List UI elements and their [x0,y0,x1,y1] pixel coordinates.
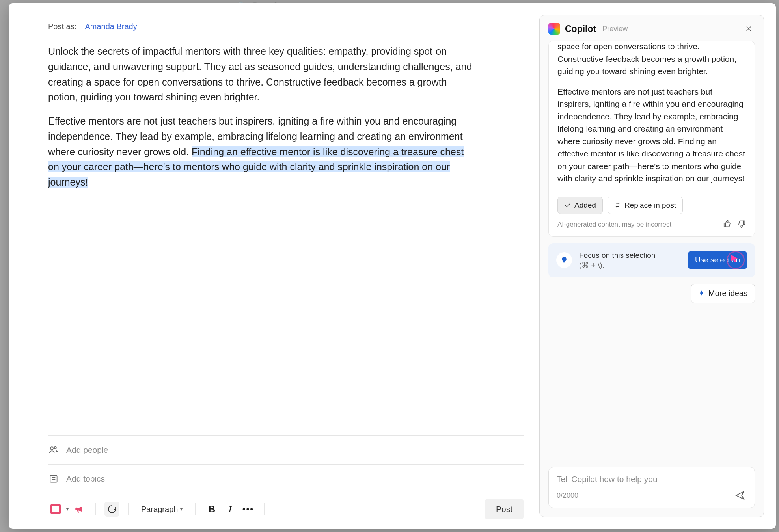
more-formatting-button[interactable]: ••• [240,502,255,517]
lightbulb-icon [556,252,572,268]
people-add-icon [48,445,59,456]
compose-modal: Post as: Amanda Brady Unlock the secrets… [9,3,776,529]
post-as-author[interactable]: Amanda Brady [85,22,137,31]
copilot-input-box: 0/2000 [548,467,755,508]
ellipsis-icon: ••• [242,504,254,514]
send-icon [735,490,745,500]
copilot-title: Copilot [565,24,596,34]
thumbs-up-button[interactable] [723,219,732,230]
document-icon [50,504,61,514]
use-selection-button[interactable]: Use selection [688,251,747,269]
post-as-label: Post as: [48,22,76,31]
check-icon [564,202,571,209]
announcement-button[interactable] [72,502,87,517]
sparkle-icon: ✦ [699,289,704,298]
replace-in-post-button[interactable]: Replace in post [608,197,683,214]
copilot-prompt-input[interactable] [557,474,747,484]
bold-button[interactable]: B [204,502,219,517]
copilot-send-button[interactable] [733,489,747,502]
copilot-response-text: Unlock the secrets of impactful mentors … [557,41,746,185]
thumbs-down-button[interactable] [737,219,746,230]
document-type-button[interactable] [48,502,63,517]
italic-button[interactable]: I [222,502,237,517]
copilot-response-actions: Added Replace in post [557,197,746,214]
copilot-preview-badge: Preview [602,25,628,33]
add-topics-label: Add topics [66,474,105,484]
topic-icon [48,473,59,484]
copilot-header: Copilot Preview [540,15,764,41]
post-content-editor[interactable]: Unlock the secrets of impactful mentors … [48,44,474,435]
focus-selection-text: Focus on this selection (⌘ + \). [579,250,681,270]
add-people-label: Add people [66,445,108,455]
loop-component-button[interactable] [104,502,119,517]
thumbs-down-icon [737,219,746,228]
copilot-body: Unlock the secrets of impactful mentors … [540,41,764,465]
chevron-down-icon: ▾ [180,506,183,512]
close-icon [745,25,752,32]
add-people-row[interactable]: Add people [48,435,524,464]
ai-disclaimer-row: AI-generated content may be incorrect [557,219,746,230]
svg-point-1 [54,447,56,449]
replace-icon [614,202,621,209]
megaphone-icon [74,504,84,514]
more-ideas-button[interactable]: ✦ More ideas [691,284,755,303]
copilot-close-button[interactable] [742,22,755,35]
added-button[interactable]: Added [557,197,603,214]
copilot-logo-icon [548,23,560,35]
paragraph-style-label: Paragraph [141,505,178,514]
copilot-response-card: Unlock the secrets of impactful mentors … [548,41,755,237]
add-topics-row[interactable]: Add topics [48,464,524,493]
loop-icon [107,504,117,514]
chevron-down-icon[interactable]: ▾ [66,506,69,512]
focus-selection-card: Focus on this selection (⌘ + \). Use sel… [548,243,755,277]
content-paragraph-1: Unlock the secrets of impactful mentors … [48,44,474,105]
post-as-line: Post as: Amanda Brady [48,22,524,31]
thumbs-up-icon [723,219,732,228]
svg-point-0 [50,447,53,450]
paragraph-style-dropdown[interactable]: Paragraph ▾ [137,502,186,516]
content-paragraph-2: Effective mentors are not just teachers … [48,113,474,190]
post-button[interactable]: Post [485,499,524,519]
editor-column: Post as: Amanda Brady Unlock the secrets… [9,3,539,529]
ai-disclaimer-text: AI-generated content may be incorrect [557,221,671,229]
italic-icon: I [228,504,231,515]
svg-rect-2 [50,475,57,482]
copilot-char-count: 0/2000 [557,491,578,500]
copilot-panel: Copilot Preview Unlock the secrets of im… [539,15,764,517]
editor-toolbar: ▾ [48,493,524,521]
bold-icon: B [209,504,215,515]
